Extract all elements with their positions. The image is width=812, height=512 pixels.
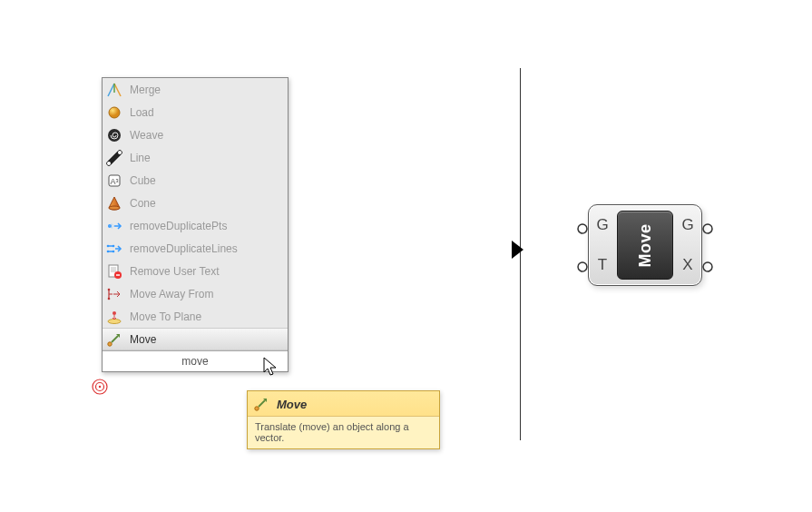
search-menu: Merge Load Weave Line A³ Cube <box>102 77 289 372</box>
menu-item-merge[interactable]: Merge <box>103 78 288 101</box>
svg-point-12 <box>107 244 110 247</box>
merge-icon <box>106 82 122 98</box>
tooltip: Move Translate (move) an object along a … <box>247 390 440 449</box>
menu-item-removeduplicatepts[interactable]: removeDuplicatePts <box>103 214 288 237</box>
menu-item-line[interactable]: Line <box>103 146 288 169</box>
menu-item-label: Load <box>130 106 154 119</box>
menu-item-removeduplicatelines[interactable]: removeDuplicateLines <box>103 237 288 260</box>
menu-item-label: Line <box>130 152 151 164</box>
search-input-value: move <box>181 355 208 368</box>
svg-point-2 <box>99 386 101 388</box>
svg-point-22 <box>108 341 112 345</box>
tooltip-title: Move <box>277 398 307 411</box>
menu-item-weave[interactable]: Weave <box>103 123 288 146</box>
grip-icon <box>702 223 713 234</box>
spiral-icon <box>106 127 122 143</box>
sphere-icon <box>106 104 122 121</box>
tooltip-body: Translate (move) an object along a vecto… <box>248 417 439 448</box>
move-plane-icon <box>106 309 122 325</box>
target-icon <box>91 378 109 396</box>
output-port-x[interactable]: X <box>682 256 692 274</box>
svg-point-13 <box>113 244 115 247</box>
dup-lines-icon <box>106 241 122 257</box>
svg-point-15 <box>113 250 115 252</box>
component-core[interactable]: Move <box>617 211 673 280</box>
search-input[interactable]: move <box>103 350 288 371</box>
menu-item-label: Move Away From <box>130 288 213 300</box>
menu-item-label: removeDuplicateLines <box>130 242 238 255</box>
component-body[interactable]: G T Move G X <box>588 204 702 286</box>
menu-item-label: Move To Plane <box>130 310 201 323</box>
svg-point-6 <box>118 151 122 154</box>
move-arrow-icon <box>253 396 269 412</box>
menu-item-label: Cone <box>130 197 156 210</box>
move-component[interactable]: G T Move G X <box>577 204 713 286</box>
menu-item-cone[interactable]: Cone <box>103 192 288 214</box>
grip-icon <box>577 223 588 234</box>
menu-item-load[interactable]: Load <box>103 101 288 123</box>
component-inputs: G T <box>589 205 616 285</box>
right-arrow-icon <box>512 241 523 259</box>
input-port-g[interactable]: G <box>596 216 608 234</box>
menu-item-cube[interactable]: A³ Cube <box>103 169 288 192</box>
svg-point-18 <box>108 288 111 290</box>
remove-text-icon <box>106 263 122 280</box>
svg-point-23 <box>255 407 259 410</box>
svg-point-3 <box>109 107 120 118</box>
component-name: Move <box>635 223 654 267</box>
cone-icon <box>106 195 122 212</box>
move-away-icon <box>106 286 122 302</box>
svg-text:A³: A³ <box>111 177 119 186</box>
component-outputs: G X <box>674 205 701 285</box>
svg-point-19 <box>108 297 111 300</box>
svg-point-5 <box>107 162 111 165</box>
input-port-t[interactable]: T <box>598 256 607 274</box>
input-grips[interactable] <box>577 218 588 272</box>
menu-item-removeusertext[interactable]: Remove User Text <box>103 260 288 282</box>
svg-point-14 <box>107 250 110 252</box>
grip-icon <box>702 261 713 272</box>
menu-item-label: Move <box>130 333 156 346</box>
line-node-icon <box>106 150 122 166</box>
output-grips[interactable] <box>702 218 713 272</box>
menu-item-label: Cube <box>130 174 156 187</box>
menu-item-label: removeDuplicatePts <box>130 220 227 232</box>
menu-item-move[interactable]: Move <box>103 328 288 350</box>
cube-icon: A³ <box>106 172 122 189</box>
menu-item-movetoplane[interactable]: Move To Plane <box>103 305 288 328</box>
output-port-g[interactable]: G <box>681 216 693 234</box>
menu-item-label: Merge <box>130 84 161 96</box>
menu-item-label: Weave <box>130 129 163 142</box>
menu-item-label: Remove User Text <box>130 265 219 278</box>
grip-icon <box>577 261 588 272</box>
menu-item-moveawayfrom[interactable]: Move Away From <box>103 282 288 305</box>
dup-pts-icon <box>106 218 122 234</box>
move-arrow-icon <box>106 331 122 348</box>
svg-point-9 <box>109 206 120 210</box>
svg-point-21 <box>113 311 116 315</box>
svg-point-4 <box>108 129 121 142</box>
